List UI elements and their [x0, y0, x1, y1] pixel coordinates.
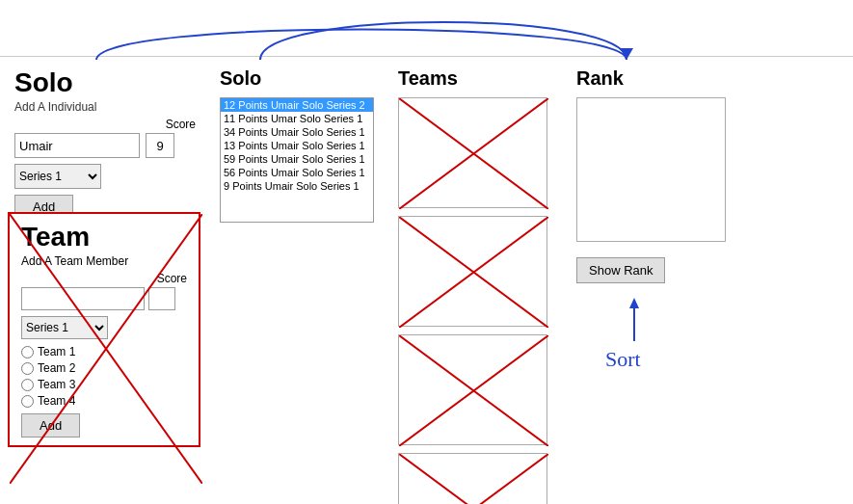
solo-list-title: Solo: [220, 67, 383, 90]
sort-annotation: Sort: [596, 293, 739, 372]
rank-box: [576, 97, 726, 242]
list-item[interactable]: 9 Points Umair Solo Series 1: [221, 179, 373, 193]
team-radio-1[interactable]: Team 1: [21, 345, 187, 358]
show-rank-button[interactable]: Show Rank: [576, 257, 665, 283]
list-item[interactable]: 11 Points Umar Solo Series 1: [221, 112, 373, 125]
teams-title: Teams: [398, 67, 561, 90]
svg-marker-0: [620, 48, 633, 60]
team-box-3: [398, 334, 547, 445]
teams-panel: Teams: [390, 60, 569, 504]
solo-series-select[interactable]: Series 1 Series 2: [14, 164, 101, 189]
solo-sub-label: Add A Individual: [14, 100, 198, 114]
team-radio-3[interactable]: Team 3: [21, 378, 187, 391]
list-item[interactable]: 13 Points Umair Solo Series 1: [221, 139, 373, 152]
svg-line-3: [399, 217, 548, 328]
team-box-4: [398, 453, 547, 504]
svg-line-4: [399, 217, 548, 328]
team-score-label: Score: [157, 272, 187, 285]
sort-arrow-icon: [596, 293, 673, 351]
solo-score-label: Score: [166, 118, 198, 131]
team-radio-group: Team 1 Team 2 Team 3 Team 4: [21, 345, 187, 408]
team-score-input[interactable]: [148, 287, 175, 310]
list-item[interactable]: 34 Points Umair Solo Series 1: [221, 125, 373, 139]
solo-score-input[interactable]: [146, 133, 174, 158]
team-series-select[interactable]: Series 1 Series 2: [21, 316, 108, 339]
team-radio-4[interactable]: Team 4: [21, 394, 187, 408]
rank-title: Rank: [576, 67, 739, 90]
team-title: Team: [21, 222, 187, 252]
rank-panel: Rank Show Rank Sort: [569, 60, 747, 504]
solo-list-panel: Solo 12 Points Umair Solo Series 2 11 Po…: [212, 60, 390, 504]
red-x-4: [399, 454, 548, 504]
red-x-1: [399, 98, 548, 209]
solo-name-input[interactable]: [14, 133, 140, 158]
svg-line-2: [399, 98, 548, 209]
svg-marker-10: [629, 298, 639, 308]
team-form-panel: Team Add A Team Member x Score Series 1 …: [8, 212, 200, 447]
list-item[interactable]: 12 Points Umair Solo Series 2: [221, 98, 373, 112]
team-box-2: [398, 216, 547, 327]
red-x-3: [399, 335, 548, 446]
team-add-button[interactable]: Add: [21, 413, 80, 438]
svg-line-7: [399, 454, 548, 504]
svg-line-1: [399, 98, 548, 209]
solo-list-box[interactable]: 12 Points Umair Solo Series 2 11 Points …: [220, 97, 374, 223]
svg-line-8: [399, 454, 548, 504]
team-radio-2[interactable]: Team 2: [21, 361, 187, 375]
list-item[interactable]: 59 Points Umair Solo Series 1: [221, 152, 373, 166]
team-name-input[interactable]: [21, 287, 145, 310]
team-box-1: [398, 97, 547, 208]
team-sub-label: Add A Team Member: [21, 254, 187, 268]
svg-line-5: [399, 335, 548, 446]
red-x-2: [399, 217, 548, 328]
svg-line-6: [399, 335, 548, 446]
list-item[interactable]: 56 Points Umair Solo Series 1: [221, 166, 373, 179]
solo-title: Solo: [14, 67, 198, 98]
